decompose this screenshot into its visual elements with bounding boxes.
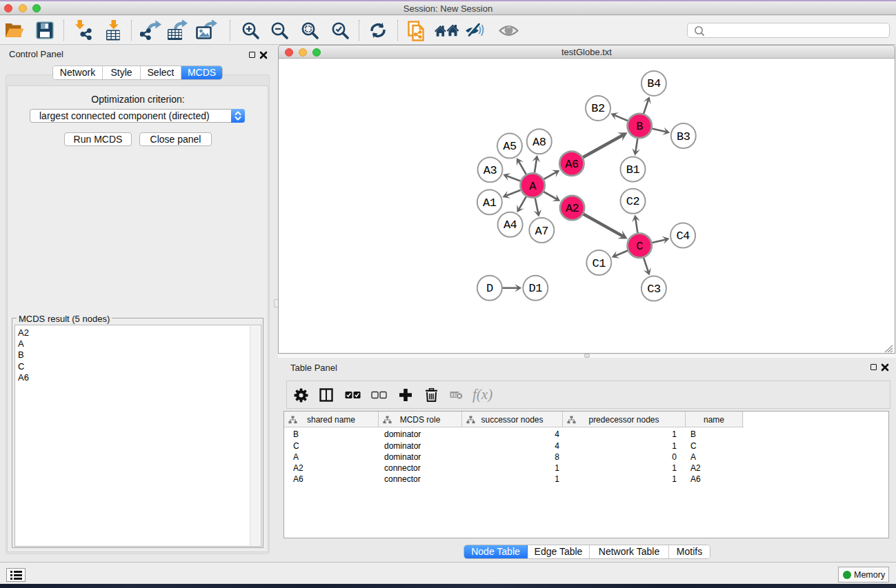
svg-text:C: C: [636, 240, 643, 253]
svg-text:B1: B1: [626, 163, 639, 176]
svg-text:B4: B4: [647, 77, 661, 90]
svg-text:D1: D1: [528, 282, 542, 295]
svg-text:B3: B3: [677, 130, 690, 143]
svg-text:A3: A3: [483, 164, 497, 177]
svg-text:C3: C3: [647, 283, 661, 296]
svg-text:C4: C4: [676, 230, 690, 243]
svg-text:C2: C2: [626, 195, 639, 208]
svg-text:A4: A4: [503, 219, 517, 232]
svg-text:A6: A6: [565, 158, 579, 171]
svg-text:C1: C1: [592, 257, 606, 270]
svg-text:A8: A8: [532, 136, 546, 149]
svg-text:A7: A7: [535, 225, 548, 238]
svg-text:A: A: [529, 180, 537, 193]
svg-text:B: B: [636, 120, 643, 133]
svg-text:A1: A1: [483, 196, 497, 210]
svg-text:B2: B2: [591, 102, 604, 115]
svg-text:A5: A5: [503, 140, 517, 153]
svg-text:A2: A2: [565, 202, 578, 215]
svg-text:D: D: [486, 282, 492, 295]
